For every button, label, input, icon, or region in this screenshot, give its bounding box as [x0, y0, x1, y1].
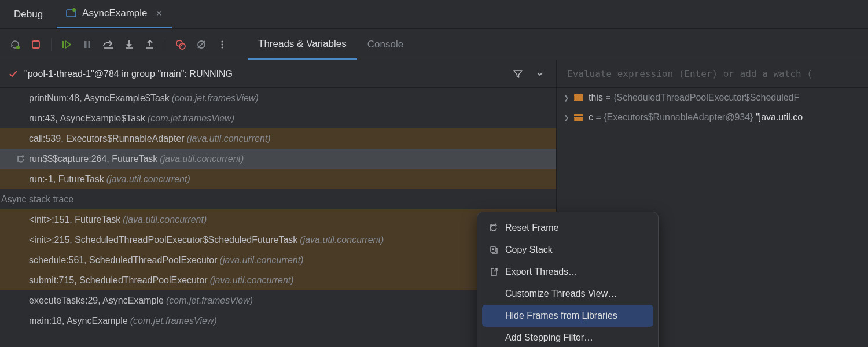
thread-label: "pool-1-thread-1"@784 in group "main": R…: [24, 69, 504, 79]
frame-method: run:-1, FutureTask: [29, 174, 104, 184]
frame-method: <init>:215, ScheduledThreadPoolExecutor$…: [29, 235, 297, 245]
frames-context-menu: Reset Frame Copy Stack Export Threads… C…: [477, 212, 659, 347]
mute-breakpoints-button[interactable]: [192, 35, 211, 54]
object-icon: [573, 94, 584, 102]
svg-rect-23: [574, 97, 583, 99]
step-over-button[interactable]: [99, 35, 117, 54]
export-icon: [489, 267, 499, 276]
svg-rect-22: [574, 94, 583, 97]
stack-frame-row[interactable]: <init>:215, ScheduledThreadPoolExecutor$…: [0, 230, 556, 250]
stack-frame-row[interactable]: <init>:151, FutureTask(java.util.concurr…: [0, 209, 556, 230]
debug-panel-tabs: Threads & Variables Console: [248, 29, 414, 60]
separator: [51, 38, 52, 51]
menu-add-stepping-filter[interactable]: Add Stepping Filter…: [482, 327, 653, 347]
frame-package: (java.util.concurrent): [220, 255, 304, 265]
menu-copy-stack[interactable]: Copy Stack: [482, 239, 653, 261]
frame-method: executeTasks:29, AsyncExample: [29, 296, 164, 306]
stack-frame-row[interactable]: call:539, Executors$RunnableAdapter(java…: [0, 128, 556, 149]
svg-rect-24: [574, 99, 583, 101]
async-section-header: Async stack trace: [0, 189, 556, 209]
svg-point-17: [222, 43, 223, 45]
check-icon: [8, 69, 19, 79]
stop-button[interactable]: [27, 35, 45, 54]
frame-method: schedule:561, ScheduledThreadPoolExecuto…: [29, 255, 218, 265]
more-button[interactable]: [213, 35, 231, 54]
filter-icon[interactable]: [510, 66, 526, 82]
stack-frame-row[interactable]: run$$$capture:264, FutureTask(java.util.…: [0, 149, 556, 169]
pause-button[interactable]: [78, 35, 97, 54]
frame-method: call:539, Executors$RunnableAdapter: [29, 134, 185, 144]
frame-method: run:43, AsyncExample$Task: [29, 113, 145, 124]
frame-package: (com.jet.framesView): [148, 113, 234, 124]
frame-package: (java.util.concurrent): [106, 174, 190, 184]
svg-rect-25: [574, 114, 583, 116]
stack-frame-row[interactable]: main:18, AsyncExample(com.jet.framesView…: [0, 311, 556, 331]
variable-row[interactable]: ❯this = {ScheduledThreadPoolExecutor$Sch…: [557, 88, 868, 108]
resume-button[interactable]: [57, 35, 76, 54]
copy-icon: [489, 245, 499, 254]
svg-point-16: [222, 40, 223, 42]
svg-point-1: [72, 8, 76, 12]
stack-frame-row[interactable]: submit:715, ScheduledThreadPoolExecutor(…: [0, 270, 556, 290]
reset-icon: [489, 223, 499, 232]
chevron-right-icon[interactable]: ❯: [564, 114, 569, 121]
object-icon: [573, 113, 584, 121]
frame-package: (java.util.concurrent): [187, 134, 271, 144]
tab-console[interactable]: Console: [357, 29, 414, 60]
stack-frame-row[interactable]: executeTasks:29, AsyncExample(com.jet.fr…: [0, 290, 556, 311]
step-into-button[interactable]: [120, 35, 138, 54]
evaluate-expression-input[interactable]: Evaluate expression (Enter) or add a wat…: [557, 60, 868, 88]
frame-package: (java.util.concurrent): [123, 215, 207, 225]
frame-package: (com.jet.framesView): [166, 296, 253, 306]
run-config-name: AsyncExample: [82, 8, 147, 19]
separator: [165, 38, 165, 51]
frame-package: (java.util.concurrent): [300, 235, 384, 245]
frame-package: (com.jet.framesView): [130, 316, 217, 326]
frames-list[interactable]: printNum:48, AsyncExample$Task(com.jet.f…: [0, 88, 556, 347]
rerun-button[interactable]: [6, 35, 24, 54]
svg-rect-5: [84, 41, 87, 48]
stack-frame-row[interactable]: schedule:561, ScheduledThreadPoolExecuto…: [0, 250, 556, 270]
tab-threads-variables[interactable]: Threads & Variables: [248, 29, 357, 60]
svg-rect-3: [32, 41, 39, 48]
menu-reset-frame[interactable]: Reset Frame: [482, 217, 653, 239]
frame-package: (com.jet.framesView): [172, 93, 259, 104]
frame-method: run$$$capture:264, FutureTask: [29, 154, 157, 164]
view-breakpoints-button[interactable]: [171, 35, 190, 54]
run-config-tab[interactable]: AsyncExample ✕: [57, 0, 171, 28]
debug-tool-window-label[interactable]: Debug: [0, 9, 57, 20]
svg-rect-4: [62, 41, 64, 48]
frame-method: submit:715, ScheduledThreadPoolExecutor: [29, 275, 208, 286]
frame-package: (java.util.concurrent): [160, 154, 244, 164]
reset-frame-icon: [16, 154, 28, 164]
variable-row[interactable]: ❯c = {Executors$RunnableAdapter@934} "ja…: [557, 108, 868, 127]
chevron-down-icon[interactable]: [532, 66, 548, 82]
debug-toolbar: Threads & Variables Console: [0, 29, 868, 60]
application-icon: [66, 8, 76, 19]
thread-selector[interactable]: "pool-1-thread-1"@784 in group "main": R…: [0, 60, 556, 88]
menu-export-threads[interactable]: Export Threads…: [482, 261, 653, 283]
svg-rect-26: [574, 117, 583, 119]
svg-rect-6: [89, 41, 91, 48]
frame-method: printNum:48, AsyncExample$Task: [29, 93, 170, 104]
menu-hide-library-frames[interactable]: Hide Frames from Libraries: [482, 305, 653, 327]
svg-point-18: [222, 46, 223, 48]
svg-rect-27: [574, 119, 583, 121]
stack-frame-row[interactable]: run:43, AsyncExample$Task(com.jet.frames…: [0, 108, 556, 128]
frame-method: <init>:151, FutureTask: [29, 215, 120, 225]
stack-frame-row[interactable]: printNum:48, AsyncExample$Task(com.jet.f…: [0, 88, 556, 108]
frame-method: main:18, AsyncExample: [29, 316, 128, 326]
menu-customize-threads-view[interactable]: Customize Threads View…: [482, 283, 653, 305]
close-icon[interactable]: ✕: [156, 9, 163, 18]
step-out-button[interactable]: [141, 35, 159, 54]
stack-frame-row[interactable]: run:-1, FutureTask(java.util.concurrent): [0, 169, 556, 189]
svg-point-2: [16, 46, 20, 49]
variables-list[interactable]: ❯this = {ScheduledThreadPoolExecutor$Sch…: [557, 88, 868, 127]
chevron-right-icon[interactable]: ❯: [564, 94, 569, 102]
frame-package: (java.util.concurrent): [210, 275, 294, 286]
